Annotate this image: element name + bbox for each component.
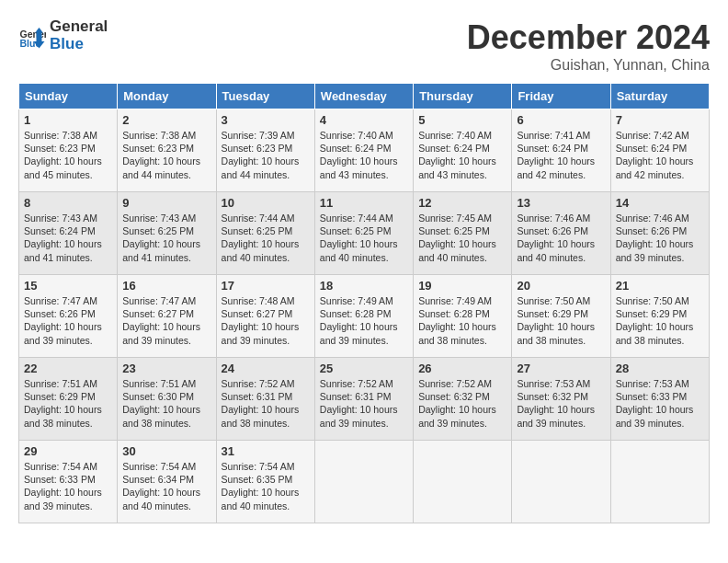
day-info: Sunrise: 7:46 AM Sunset: 6:26 PM Dayligh… — [517, 212, 605, 264]
calendar-cell: 24 Sunrise: 7:52 AM Sunset: 6:31 PM Dayl… — [216, 358, 314, 441]
calendar-cell: 26 Sunrise: 7:52 AM Sunset: 6:32 PM Dayl… — [414, 358, 512, 441]
day-number: 10 — [222, 196, 310, 210]
day-number: 16 — [122, 279, 210, 293]
calendar-cell: 12 Sunrise: 7:45 AM Sunset: 6:25 PM Dayl… — [414, 192, 512, 275]
calendar-cell: 23 Sunrise: 7:51 AM Sunset: 6:30 PM Dayl… — [118, 358, 216, 441]
calendar-cell: 14 Sunrise: 7:46 AM Sunset: 6:26 PM Dayl… — [610, 192, 709, 275]
day-number: 8 — [24, 196, 112, 210]
calendar-cell: 22 Sunrise: 7:51 AM Sunset: 6:29 PM Dayl… — [19, 358, 118, 441]
calendar-cell: 2 Sunrise: 7:38 AM Sunset: 6:23 PM Dayli… — [118, 109, 216, 192]
day-info: Sunrise: 7:51 AM Sunset: 6:30 PM Dayligh… — [122, 377, 210, 430]
calendar-cell — [414, 441, 512, 523]
month-title: December 2024 — [467, 18, 710, 57]
day-number: 26 — [418, 362, 506, 375]
calendar-cell: 29 Sunrise: 7:54 AM Sunset: 6:33 PM Dayl… — [19, 441, 118, 523]
calendar-cell: 5 Sunrise: 7:40 AM Sunset: 6:24 PM Dayli… — [414, 109, 512, 192]
header-day-thursday: Thursday — [414, 84, 512, 109]
calendar-cell — [314, 441, 413, 523]
day-info: Sunrise: 7:49 AM Sunset: 6:28 PM Dayligh… — [418, 294, 506, 347]
day-number: 17 — [222, 279, 310, 293]
calendar-week-1: 1 Sunrise: 7:38 AM Sunset: 6:23 PM Dayli… — [19, 109, 710, 192]
header-day-tuesday: Tuesday — [216, 84, 314, 109]
day-info: Sunrise: 7:52 AM Sunset: 6:31 PM Dayligh… — [222, 377, 310, 430]
calendar-cell: 8 Sunrise: 7:43 AM Sunset: 6:24 PM Dayli… — [19, 192, 118, 275]
calendar-cell: 6 Sunrise: 7:41 AM Sunset: 6:24 PM Dayli… — [512, 109, 610, 192]
day-info: Sunrise: 7:54 AM Sunset: 6:35 PM Dayligh… — [222, 460, 310, 512]
location: Guishan, Yunnan, China — [467, 57, 710, 74]
day-number: 11 — [320, 196, 408, 210]
header-day-monday: Monday — [118, 84, 216, 109]
day-number: 20 — [517, 279, 605, 293]
day-number: 25 — [320, 362, 408, 375]
day-info: Sunrise: 7:42 AM Sunset: 6:24 PM Dayligh… — [616, 129, 704, 181]
logo-general: General — [50, 18, 108, 36]
header-day-saturday: Saturday — [610, 84, 709, 109]
calendar-cell: 17 Sunrise: 7:48 AM Sunset: 6:27 PM Dayl… — [216, 275, 314, 358]
calendar-body: 1 Sunrise: 7:38 AM Sunset: 6:23 PM Dayli… — [19, 109, 710, 523]
day-number: 3 — [222, 113, 310, 127]
day-number: 31 — [222, 444, 310, 458]
calendar-week-5: 29 Sunrise: 7:54 AM Sunset: 6:33 PM Dayl… — [19, 441, 710, 523]
day-info: Sunrise: 7:40 AM Sunset: 6:24 PM Dayligh… — [320, 129, 408, 181]
day-info: Sunrise: 7:54 AM Sunset: 6:34 PM Dayligh… — [122, 460, 210, 512]
day-info: Sunrise: 7:38 AM Sunset: 6:23 PM Dayligh… — [122, 129, 210, 181]
page-header: General Blue General Blue December 2024 … — [18, 18, 710, 74]
calendar-cell: 28 Sunrise: 7:53 AM Sunset: 6:33 PM Dayl… — [610, 358, 709, 441]
calendar-cell: 16 Sunrise: 7:47 AM Sunset: 6:27 PM Dayl… — [118, 275, 216, 358]
logo: General Blue General Blue — [18, 18, 108, 52]
header-row: SundayMondayTuesdayWednesdayThursdayFrid… — [19, 84, 710, 109]
calendar-cell: 13 Sunrise: 7:46 AM Sunset: 6:26 PM Dayl… — [512, 192, 610, 275]
day-info: Sunrise: 7:50 AM Sunset: 6:29 PM Dayligh… — [517, 294, 605, 347]
day-info: Sunrise: 7:45 AM Sunset: 6:25 PM Dayligh… — [418, 212, 506, 264]
day-number: 24 — [222, 362, 310, 375]
calendar-cell: 4 Sunrise: 7:40 AM Sunset: 6:24 PM Dayli… — [314, 109, 413, 192]
day-number: 29 — [24, 444, 112, 458]
day-number: 5 — [418, 113, 506, 127]
day-number: 13 — [517, 196, 605, 210]
calendar-cell: 31 Sunrise: 7:54 AM Sunset: 6:35 PM Dayl… — [216, 441, 314, 523]
day-number: 1 — [24, 113, 112, 127]
title-block: December 2024 Guishan, Yunnan, China — [467, 18, 710, 74]
day-info: Sunrise: 7:43 AM Sunset: 6:25 PM Dayligh… — [122, 212, 210, 264]
calendar-cell: 11 Sunrise: 7:44 AM Sunset: 6:25 PM Dayl… — [314, 192, 413, 275]
calendar-week-2: 8 Sunrise: 7:43 AM Sunset: 6:24 PM Dayli… — [19, 192, 710, 275]
header-day-friday: Friday — [512, 84, 610, 109]
day-number: 19 — [418, 279, 506, 293]
day-info: Sunrise: 7:52 AM Sunset: 6:31 PM Dayligh… — [320, 377, 408, 430]
day-number: 2 — [122, 113, 210, 127]
day-info: Sunrise: 7:53 AM Sunset: 6:33 PM Dayligh… — [616, 377, 704, 430]
calendar-cell: 3 Sunrise: 7:39 AM Sunset: 6:23 PM Dayli… — [216, 109, 314, 192]
calendar-cell: 1 Sunrise: 7:38 AM Sunset: 6:23 PM Dayli… — [19, 109, 118, 192]
logo-blue: Blue — [50, 36, 108, 53]
calendar-cell: 21 Sunrise: 7:50 AM Sunset: 6:29 PM Dayl… — [610, 275, 709, 358]
day-number: 7 — [616, 113, 704, 127]
calendar-cell: 20 Sunrise: 7:50 AM Sunset: 6:29 PM Dayl… — [512, 275, 610, 358]
calendar-cell: 15 Sunrise: 7:47 AM Sunset: 6:26 PM Dayl… — [19, 275, 118, 358]
day-info: Sunrise: 7:43 AM Sunset: 6:24 PM Dayligh… — [24, 212, 112, 264]
day-info: Sunrise: 7:54 AM Sunset: 6:33 PM Dayligh… — [24, 460, 112, 512]
calendar-week-4: 22 Sunrise: 7:51 AM Sunset: 6:29 PM Dayl… — [19, 358, 710, 441]
calendar-cell: 18 Sunrise: 7:49 AM Sunset: 6:28 PM Dayl… — [314, 275, 413, 358]
day-number: 12 — [418, 196, 506, 210]
day-info: Sunrise: 7:44 AM Sunset: 6:25 PM Dayligh… — [222, 212, 310, 264]
calendar-table: SundayMondayTuesdayWednesdayThursdayFrid… — [18, 83, 710, 523]
day-info: Sunrise: 7:53 AM Sunset: 6:32 PM Dayligh… — [517, 377, 605, 430]
day-number: 30 — [122, 444, 210, 458]
day-info: Sunrise: 7:39 AM Sunset: 6:23 PM Dayligh… — [222, 129, 310, 181]
logo-icon: General Blue — [18, 22, 46, 50]
calendar-cell — [512, 441, 610, 523]
day-info: Sunrise: 7:49 AM Sunset: 6:28 PM Dayligh… — [320, 294, 408, 347]
day-info: Sunrise: 7:38 AM Sunset: 6:23 PM Dayligh… — [24, 129, 112, 181]
day-number: 15 — [24, 279, 112, 293]
day-info: Sunrise: 7:44 AM Sunset: 6:25 PM Dayligh… — [320, 212, 408, 264]
day-info: Sunrise: 7:47 AM Sunset: 6:27 PM Dayligh… — [122, 294, 210, 347]
day-number: 14 — [616, 196, 704, 210]
day-info: Sunrise: 7:47 AM Sunset: 6:26 PM Dayligh… — [24, 294, 112, 347]
calendar-cell: 30 Sunrise: 7:54 AM Sunset: 6:34 PM Dayl… — [118, 441, 216, 523]
calendar-cell: 19 Sunrise: 7:49 AM Sunset: 6:28 PM Dayl… — [414, 275, 512, 358]
day-number: 28 — [616, 362, 704, 375]
day-info: Sunrise: 7:52 AM Sunset: 6:32 PM Dayligh… — [418, 377, 506, 430]
day-number: 9 — [122, 196, 210, 210]
header-day-wednesday: Wednesday — [314, 84, 413, 109]
day-info: Sunrise: 7:51 AM Sunset: 6:29 PM Dayligh… — [24, 377, 112, 430]
